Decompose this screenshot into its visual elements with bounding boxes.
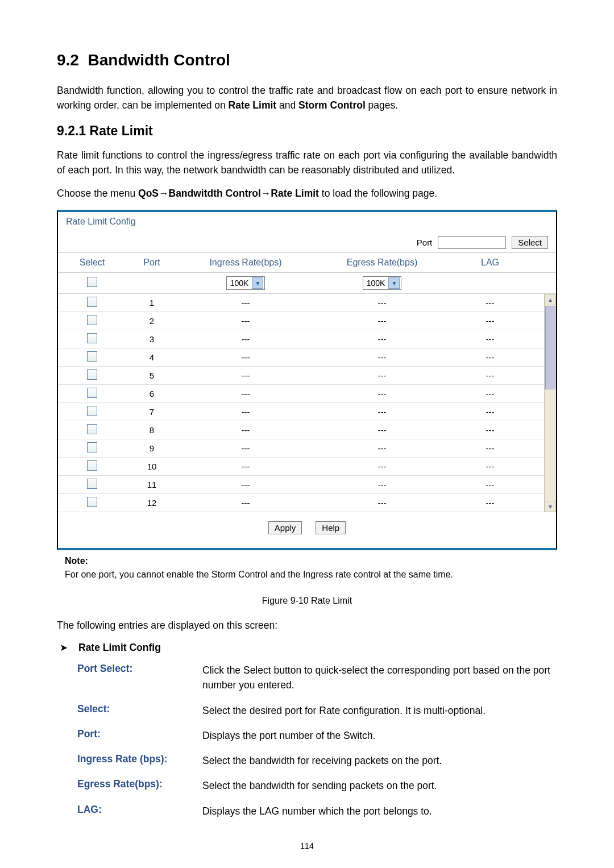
row-checkbox[interactable] (87, 460, 97, 471)
cell-ingress: --- (177, 443, 314, 453)
cell-ingress: --- (177, 425, 314, 435)
bullet-item: ➤ Rate Limit Config (57, 642, 557, 654)
ingress-rate-value: 100K (230, 279, 249, 288)
cell-egress: --- (314, 352, 450, 362)
subsection-number: 9.2.1 (57, 123, 86, 138)
table-row: 7--------- (58, 403, 544, 421)
cell-ingress: --- (177, 316, 314, 326)
button-row: Apply Help (58, 512, 556, 548)
cell-egress: --- (314, 389, 450, 398)
row-checkbox[interactable] (87, 351, 97, 362)
definition-row: Port Select:Click the Select button to q… (77, 663, 557, 693)
cell-port: 8 (126, 425, 177, 435)
cell-port: 4 (126, 352, 177, 362)
cell-egress: --- (314, 425, 450, 435)
bullet-icon: ➤ (57, 642, 70, 654)
table-row: 5--------- (58, 367, 544, 385)
cell-lag: --- (450, 298, 530, 308)
definition-term: Port: (77, 728, 202, 743)
table-row: 6--------- (58, 385, 544, 403)
subsection-paragraph: Rate limit functions to control the ingr… (57, 148, 557, 178)
table-row: 11--------- (58, 476, 544, 494)
cell-port: 9 (126, 443, 177, 453)
egress-rate-select[interactable]: 100K ▼ (363, 276, 402, 290)
cell-port: 5 (126, 371, 177, 380)
chevron-down-icon: ▼ (252, 277, 263, 289)
section-heading: 9.2 Bandwidth Control (57, 51, 557, 69)
cell-ingress: --- (177, 371, 314, 380)
subsection-heading: 9.2.1 Rate Limit (57, 123, 557, 139)
cell-ingress: --- (177, 334, 314, 344)
definition-term: LAG: (77, 804, 202, 819)
section-title-text: Bandwidth Control (88, 51, 230, 69)
bullet-label: Rate Limit Config (78, 642, 161, 654)
cell-lag: --- (450, 480, 530, 489)
cell-port: 2 (126, 316, 177, 326)
cell-ingress: --- (177, 352, 314, 362)
cell-egress: --- (314, 316, 450, 326)
row-checkbox[interactable] (87, 333, 97, 343)
row-checkbox[interactable] (87, 315, 97, 325)
table-row: 10--------- (58, 458, 544, 476)
cell-egress: --- (314, 371, 450, 380)
port-label: Port (417, 238, 433, 247)
row-checkbox[interactable] (87, 369, 97, 380)
scrollbar[interactable]: ▲ ▼ (544, 294, 556, 512)
cell-port: 10 (126, 462, 177, 471)
entries-intro: The following entries are displayed on t… (57, 620, 557, 632)
cell-lag: --- (450, 371, 530, 380)
apply-button[interactable]: Apply (268, 521, 302, 534)
rate-limit-panel: Rate Limit Config Port Select Select Por… (57, 210, 557, 550)
cell-egress: --- (314, 407, 450, 417)
definition-desc: Click the Select button to quick-select … (202, 663, 557, 693)
definition-row: Select:Select the desired port for Rate … (77, 703, 557, 718)
row-checkbox[interactable] (87, 406, 97, 416)
section-number: 9.2 (57, 51, 79, 69)
definition-desc: Displays the port number of the Switch. (202, 728, 557, 743)
egress-rate-value: 100K (367, 279, 385, 288)
definition-term: Select: (77, 703, 202, 718)
definition-desc: Displays the LAG number which the port b… (202, 804, 557, 819)
page-number: 114 (57, 841, 557, 850)
ingress-rate-select[interactable]: 100K ▼ (226, 276, 265, 290)
table-rows: 1---------2---------3---------4---------… (58, 294, 544, 512)
scroll-thumb[interactable] (545, 306, 555, 389)
help-button[interactable]: Help (316, 521, 346, 534)
row-checkbox[interactable] (87, 497, 97, 507)
cell-egress: --- (314, 298, 450, 308)
menu-path-line: Choose the menu QoS→Bandwitdth Control→R… (57, 188, 557, 200)
select-button[interactable]: Select (512, 236, 548, 249)
cell-ingress: --- (177, 407, 314, 417)
cell-egress: --- (314, 334, 450, 344)
row-checkbox[interactable] (87, 479, 97, 489)
cell-lag: --- (450, 334, 530, 344)
cell-port: 1 (126, 298, 177, 308)
definition-term: Port Select: (77, 663, 202, 693)
cell-port: 7 (126, 407, 177, 417)
definition-desc: Select the bandwidth for sending packets… (202, 778, 557, 793)
header-egress: Egress Rate(bps) (314, 258, 450, 268)
definition-row: Port:Displays the port number of the Swi… (77, 728, 557, 743)
select-all-checkbox[interactable] (87, 277, 97, 287)
cell-lag: --- (450, 498, 530, 508)
cell-port: 6 (126, 389, 177, 398)
port-input[interactable] (438, 236, 506, 249)
scroll-up-icon[interactable]: ▲ (545, 294, 556, 305)
row-checkbox[interactable] (87, 388, 97, 398)
row-checkbox[interactable] (87, 442, 97, 452)
header-select: Select (58, 258, 126, 268)
note-block: Note: For one port, you cannot enable th… (57, 556, 557, 580)
scroll-down-icon[interactable]: ▼ (545, 501, 556, 512)
cell-ingress: --- (177, 498, 314, 508)
definition-desc: Select the bandwidth for receiving packe… (202, 753, 557, 768)
row-checkbox[interactable] (87, 297, 97, 307)
row-checkbox[interactable] (87, 424, 97, 434)
table-row: 9--------- (58, 439, 544, 458)
definition-row: Egress Rate(bps):Select the bandwidth fo… (77, 778, 557, 793)
figure-caption: Figure 9-10 Rate Limit (57, 596, 557, 606)
table-row: 2--------- (58, 312, 544, 330)
cell-lag: --- (450, 389, 530, 398)
cell-egress: --- (314, 443, 450, 453)
subsection-title-text: Rate Limit (90, 123, 153, 138)
table-header: Select Port Ingress Rate(bps) Egress Rat… (58, 253, 556, 273)
